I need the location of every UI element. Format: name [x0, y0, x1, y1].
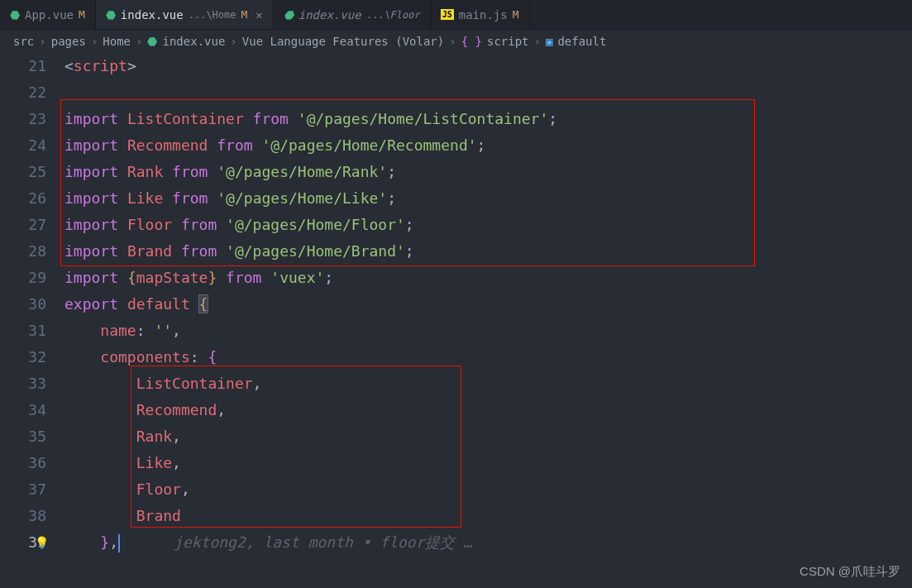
vue-icon: ⬣ — [284, 8, 294, 22]
chevron-right-icon: › — [230, 35, 236, 48]
code-line: name: '', — [64, 318, 912, 344]
text-cursor — [118, 534, 120, 552]
line-number: 33 — [0, 370, 46, 397]
line-number: 30 — [0, 291, 46, 318]
module-icon: ▣ — [546, 35, 552, 48]
lightbulb-icon[interactable]: 💡 — [35, 536, 49, 549]
code-line: ListContainer, — [64, 370, 912, 397]
line-number: 35 — [0, 423, 46, 450]
modified-indicator: M — [241, 8, 248, 21]
tab-label: main.js — [459, 8, 508, 22]
line-number: 24 — [0, 132, 46, 159]
code-line: import Like from '@/pages/Home/Like'; — [64, 185, 912, 212]
vue-icon: ⬣ — [10, 8, 20, 22]
watermark: CSDN @爪哇斗罗 — [800, 564, 900, 580]
breadcrumb-item[interactable]: script — [487, 35, 529, 48]
line-number: 36 — [0, 450, 46, 476]
chevron-right-icon: › — [449, 35, 456, 48]
js-icon: JS — [441, 9, 454, 20]
line-number: 23 — [0, 106, 46, 132]
chevron-right-icon: › — [136, 35, 142, 48]
breadcrumb-item[interactable]: Home — [103, 35, 131, 48]
breadcrumb-item[interactable]: src — [13, 35, 34, 48]
line-number: 37 — [0, 476, 46, 503]
editor-tabs: ⬣ App.vue M ⬣ index.vue ...\Home M ✕ ⬣ i… — [0, 0, 912, 30]
code-line: import Rank from '@/pages/Home/Rank'; — [64, 159, 912, 185]
tab-label: App.vue — [25, 8, 74, 22]
line-number: 28 — [0, 238, 46, 265]
code-line: Recommend, — [64, 397, 912, 423]
code-line: }, jektong2, last month • floor提交 … — [64, 529, 912, 556]
tab-app-vue[interactable]: ⬣ App.vue M — [0, 0, 96, 29]
modified-indicator: M — [79, 8, 85, 21]
breadcrumb-item[interactable]: default — [557, 35, 606, 48]
code-line: Floor, — [64, 476, 912, 503]
chevron-right-icon: › — [39, 35, 45, 48]
line-number: 31 — [0, 318, 46, 344]
code-line — [64, 79, 912, 106]
tab-index-home[interactable]: ⬣ index.vue ...\Home M ✕ — [96, 0, 274, 29]
line-number: 34 — [0, 397, 46, 423]
line-number: 29 — [0, 265, 46, 291]
breadcrumb-item[interactable]: Vue Language Features (Volar) — [242, 35, 444, 48]
breadcrumb-item[interactable]: pages — [51, 35, 86, 48]
code-line: Rank, — [64, 423, 912, 450]
code-line: Like, — [64, 450, 912, 476]
code-line: import {mapState} from 'vuex'; — [64, 265, 912, 291]
line-number: 26 — [0, 185, 46, 212]
breadcrumb-item[interactable]: index.vue — [162, 35, 225, 48]
line-number: 27 — [0, 212, 46, 238]
breadcrumb[interactable]: src › pages › Home › ⬣ index.vue › Vue L… — [0, 30, 912, 53]
line-number: 22 — [0, 79, 46, 106]
close-icon[interactable]: ✕ — [255, 8, 262, 22]
code-line: import Brand from '@/pages/Home/Brand'; — [64, 238, 912, 265]
git-blame-annotation: jektong2, last month • floor提交 … — [174, 533, 472, 551]
tab-main-js[interactable]: JS main.js M — [431, 0, 530, 29]
braces-icon: { } — [461, 35, 482, 48]
tab-label: index.vue — [298, 8, 361, 22]
vue-icon: ⬣ — [147, 35, 157, 48]
chevron-right-icon: › — [534, 35, 541, 48]
code-line: export default { — [64, 291, 912, 318]
tab-path: ...\Home — [189, 9, 236, 21]
line-gutter: 21 22 23 24 25 26 27 28 29 30 31 32 33 3… — [0, 53, 64, 556]
code-line: <script> — [64, 53, 912, 79]
vue-icon: ⬣ — [106, 8, 116, 22]
code-area[interactable]: <script> import ListContainer from '@/pa… — [64, 53, 912, 556]
tab-path: ...\Floor — [366, 9, 420, 21]
code-line: import Recommend from '@/pages/Home/Reco… — [64, 132, 912, 159]
line-number: 21 — [0, 53, 46, 79]
tab-label: index.vue — [121, 8, 184, 22]
code-line: import Floor from '@/pages/Home/Floor'; — [64, 212, 912, 238]
tab-index-floor[interactable]: ⬣ index.vue ...\Floor — [274, 0, 431, 29]
modified-indicator: M — [513, 8, 519, 21]
line-number: 38 — [0, 503, 46, 529]
chevron-right-icon: › — [91, 35, 98, 48]
line-number: 32 — [0, 344, 46, 370]
code-line: Brand — [64, 503, 912, 529]
code-line: import ListContainer from '@/pages/Home/… — [64, 106, 912, 132]
code-line: components: { — [64, 344, 912, 370]
code-editor[interactable]: 21 22 23 24 25 26 27 28 29 30 31 32 33 3… — [0, 53, 912, 556]
line-number: 25 — [0, 159, 46, 185]
